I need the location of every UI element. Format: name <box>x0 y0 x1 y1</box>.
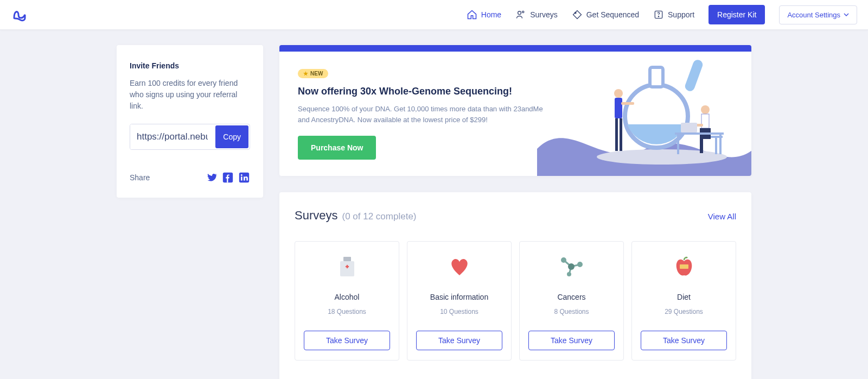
nav-surveys[interactable]: Surveys <box>515 9 558 20</box>
account-settings-label: Account Settings <box>787 11 840 19</box>
survey-card-alcohol: Alcohol 18 Questions Take Survey <box>295 241 399 361</box>
svg-rect-12 <box>684 59 704 93</box>
svg-rect-17 <box>620 118 622 151</box>
wgs-banner: ★NEW Now offering 30x Whole-Genome Seque… <box>279 45 751 176</box>
banner-illustration <box>553 68 751 160</box>
survey-card-diet: Diet 29 Questions Take Survey <box>631 241 736 361</box>
copy-button[interactable]: Copy <box>215 125 248 148</box>
share-label: Share <box>130 173 206 182</box>
account-settings-button[interactable]: Account Settings <box>779 5 857 24</box>
survey-questions: 8 Questions <box>528 308 615 315</box>
take-survey-button[interactable]: Take Survey <box>528 331 615 350</box>
twitter-icon[interactable] <box>206 172 218 184</box>
svg-point-1 <box>522 11 524 12</box>
survey-name: Basic information <box>416 293 502 301</box>
svg-point-0 <box>518 11 521 15</box>
svg-rect-22 <box>700 138 703 153</box>
tag-icon <box>572 9 583 20</box>
svg-rect-24 <box>675 132 724 135</box>
survey-questions: 10 Questions <box>416 308 502 315</box>
svg-rect-23 <box>681 123 697 132</box>
surveys-title: Surveys <box>295 209 337 223</box>
survey-card-cancers: Cancers 8 Questions Take Survey <box>519 241 624 361</box>
facebook-icon[interactable] <box>222 172 234 184</box>
svg-point-2 <box>575 12 576 14</box>
svg-rect-16 <box>615 118 618 151</box>
home-icon <box>467 9 477 20</box>
nav-support-label: Support <box>668 10 694 19</box>
banner-title: Now offering 30x Whole-Genome Sequencing… <box>298 86 553 97</box>
svg-point-36 <box>577 262 583 267</box>
survey-questions: 18 Questions <box>304 308 390 315</box>
svg-rect-14 <box>615 98 622 118</box>
surveys-icon <box>515 9 526 20</box>
logo[interactable] <box>11 6 28 23</box>
svg-rect-11 <box>650 67 663 87</box>
take-survey-button[interactable]: Take Survey <box>304 331 390 350</box>
svg-rect-29 <box>343 257 351 261</box>
linkedin-icon[interactable] <box>238 172 250 184</box>
svg-point-35 <box>568 263 575 270</box>
chevron-down-icon <box>844 12 849 17</box>
nav-get-sequenced-label: Get Sequenced <box>586 10 639 19</box>
survey-name: Diet <box>641 293 727 301</box>
view-all-link[interactable]: View All <box>708 212 736 221</box>
svg-rect-28 <box>715 138 717 154</box>
survey-card-basic-information: Basic information 10 Questions Take Surv… <box>407 241 512 361</box>
svg-point-34 <box>561 257 566 263</box>
svg-point-4 <box>658 16 659 17</box>
referral-url-input[interactable] <box>130 124 214 149</box>
survey-name: Cancers <box>528 293 615 301</box>
survey-questions: 29 Questions <box>641 308 727 315</box>
nav-support[interactable]: Support <box>653 9 694 20</box>
medicine-bottle-icon <box>304 255 390 279</box>
surveys-count: (0 of 12 complete) <box>342 211 416 222</box>
svg-rect-25 <box>677 135 679 154</box>
support-icon <box>653 9 664 20</box>
survey-name: Alcohol <box>304 293 390 301</box>
svg-rect-7 <box>241 176 242 180</box>
invite-friends-card: Invite Friends Earn 100 credits for ever… <box>117 45 263 198</box>
svg-point-18 <box>701 105 710 114</box>
star-icon: ★ <box>303 71 308 77</box>
svg-point-13 <box>614 89 623 98</box>
nav-home[interactable]: Home <box>467 9 501 20</box>
heart-icon <box>416 255 502 279</box>
take-survey-button[interactable]: Take Survey <box>641 331 727 350</box>
svg-point-37 <box>567 272 571 276</box>
nav-home-label: Home <box>481 10 501 19</box>
invite-description: Earn 100 credits for every friend who si… <box>130 78 250 112</box>
new-badge: ★NEW <box>298 69 328 78</box>
nav-surveys-label: Surveys <box>530 10 558 19</box>
surveys-section: Surveys (0 of 12 complete) View All Alco… <box>279 192 751 379</box>
apple-icon <box>641 255 727 279</box>
svg-rect-15 <box>621 102 634 105</box>
nav-get-sequenced[interactable]: Get Sequenced <box>572 9 639 20</box>
svg-rect-38 <box>680 264 688 269</box>
take-survey-button[interactable]: Take Survey <box>416 331 502 350</box>
svg-rect-30 <box>340 261 354 276</box>
svg-point-9 <box>597 149 727 165</box>
svg-point-8 <box>241 174 242 176</box>
invite-title: Invite Friends <box>130 61 250 70</box>
register-kit-button[interactable]: Register Kit <box>709 5 765 24</box>
banner-description: Sequence 100% of your DNA. Get 10,000 ti… <box>298 104 553 125</box>
svg-rect-27 <box>711 136 723 138</box>
purchase-now-button[interactable]: Purchase Now <box>298 136 376 160</box>
molecule-icon <box>528 255 615 279</box>
